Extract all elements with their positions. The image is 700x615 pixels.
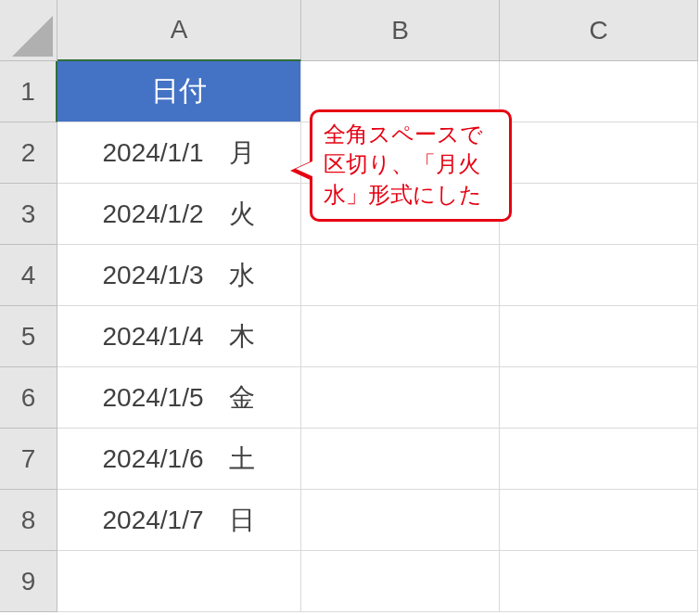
row-header-7[interactable]: 7 xyxy=(0,429,57,490)
cell-A5[interactable]: 2024/1/4 木 xyxy=(57,306,301,367)
cell-C6[interactable] xyxy=(500,367,698,429)
callout-annotation: 全角スペースで区切り、「月火水」形式にした xyxy=(310,109,512,222)
row-header-6[interactable]: 6 xyxy=(0,367,57,429)
cell-A1[interactable]: 日付 xyxy=(57,61,301,122)
cell-A4[interactable]: 2024/1/3 水 xyxy=(57,245,301,306)
cell-A7[interactable]: 2024/1/6 土 xyxy=(57,429,301,490)
cell-B9[interactable] xyxy=(301,551,500,612)
column-header-C[interactable]: C xyxy=(500,0,698,61)
cell-B7[interactable] xyxy=(301,429,500,490)
row-header-4[interactable]: 4 xyxy=(0,245,57,306)
cell-A3[interactable]: 2024/1/2 火 xyxy=(57,184,301,245)
cell-A2[interactable]: 2024/1/1 月 xyxy=(57,122,301,184)
row-header-8[interactable]: 8 xyxy=(0,490,57,551)
column-header-A[interactable]: A xyxy=(57,0,301,61)
cell-B6[interactable] xyxy=(301,367,500,429)
cell-A9[interactable] xyxy=(57,551,301,612)
row-header-9[interactable]: 9 xyxy=(0,551,57,612)
cell-B5[interactable] xyxy=(301,306,500,367)
cell-A8[interactable]: 2024/1/7 日 xyxy=(57,490,301,551)
cell-C5[interactable] xyxy=(500,306,698,367)
cell-B8[interactable] xyxy=(301,490,500,551)
cell-A6[interactable]: 2024/1/5 金 xyxy=(57,367,301,429)
cell-C8[interactable] xyxy=(500,490,698,551)
cell-C3[interactable] xyxy=(500,184,698,245)
row-header-5[interactable]: 5 xyxy=(0,306,57,367)
select-all-corner[interactable] xyxy=(0,0,57,61)
cell-C1[interactable] xyxy=(500,61,698,122)
column-header-B[interactable]: B xyxy=(301,0,500,61)
spreadsheet-grid: A B C 1 日付 2 2024/1/1 月 3 2024/1/2 火 4 2… xyxy=(0,0,700,612)
cell-C7[interactable] xyxy=(500,429,698,490)
row-header-1[interactable]: 1 xyxy=(0,61,57,122)
cell-C4[interactable] xyxy=(500,245,698,306)
row-header-2[interactable]: 2 xyxy=(0,122,57,184)
row-header-3[interactable]: 3 xyxy=(0,184,57,245)
cell-B4[interactable] xyxy=(301,245,500,306)
cell-C9[interactable] xyxy=(500,551,698,612)
cell-C2[interactable] xyxy=(500,122,698,184)
